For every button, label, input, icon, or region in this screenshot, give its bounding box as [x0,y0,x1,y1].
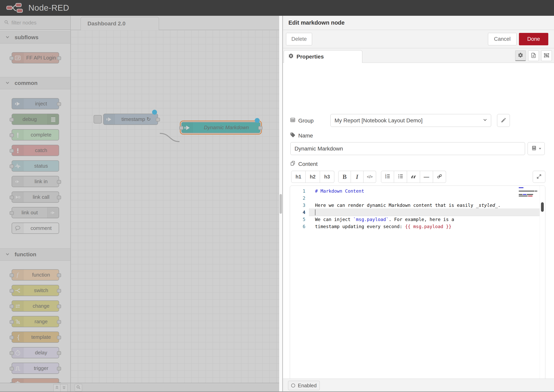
changed-indicator-dot [152,110,157,115]
name-field-label: Name [290,132,313,139]
properties-view-button[interactable] [515,50,526,61]
input-port[interactable] [179,126,183,130]
input-port [10,211,14,215]
palette-node-label: change [23,301,59,311]
object-group-icon [544,53,549,59]
palette-node-label: delay [23,348,59,358]
editor-scrollbar-thumb[interactable] [541,202,544,212]
editor-line-3[interactable]: 3Here we can render dynamic Markdown con… [290,202,545,209]
editor-line-2[interactable]: 2 [290,195,545,202]
edit-group-button[interactable] [497,114,510,127]
heading1-button[interactable]: h1 [291,171,306,183]
ordered-list-button[interactable]: 123 [381,171,394,183]
input-port [10,320,14,324]
minimap-line [519,187,539,188]
description-view-button[interactable] [528,50,539,61]
output-port[interactable] [156,118,160,122]
tab-dashboard-2-0[interactable]: Dashboard 2.0 [81,17,159,30]
name-input[interactable] [290,142,525,155]
palette-node-label: link call [23,192,59,202]
palette-category-subflows[interactable]: subflows [0,31,70,43]
palette-node-link-out[interactable]: link out [12,207,59,218]
palette-node-comment[interactable]: comment [12,223,59,234]
expand-all-button[interactable] [61,384,68,392]
token-plain: . For example, here is a [389,217,454,222]
editor-line-4[interactable]: 4 [290,209,545,216]
input-port [10,273,14,277]
blockquote-button[interactable]: “ [407,171,420,183]
minimap-line [519,196,539,196]
palette-node-label: comment [23,223,59,233]
palette-node-change[interactable]: change [12,301,59,312]
palette-category-function[interactable]: function [0,248,70,261]
palette-node-debug[interactable]: debug [12,114,59,125]
code-button[interactable]: </> [364,171,376,183]
palette-node-ff-api-login[interactable]: FF API Login [12,52,59,63]
input-port [10,196,14,199]
canvas-grid[interactable]: timestamp ↻ Dynamic Markdown [71,30,279,383]
palette-node-trigger[interactable]: trigger [12,363,59,374]
chevron-down-icon [4,80,11,87]
inject-trigger-button[interactable] [94,115,102,124]
delete-button[interactable]: Delete [286,33,312,45]
palette-node-label: FF API Login [23,53,59,63]
app-header: Node-RED [0,0,554,16]
palette-node-range[interactable]: range [12,316,59,327]
token-code: `msg.payload` [353,217,389,222]
italic-button[interactable]: I [351,171,364,183]
palette-node-complete[interactable]: complete [12,129,59,140]
palette-node-delay[interactable]: delay [12,347,59,358]
editor-line-1[interactable]: 1# Markdown Content [290,188,545,195]
label-type-button[interactable] [528,142,545,155]
editor-line-6[interactable]: 6timestamp updating every second: {{ msg… [290,223,545,230]
expand-editor-button[interactable] [533,171,545,183]
cancel-button[interactable]: Cancel [488,33,517,45]
palette-sections: subflowsFF API Logincommoninjectdebugcom… [0,31,70,392]
line-number: 3 [290,202,305,209]
canvas-zoom-search-button[interactable] [75,384,82,392]
horizontal-rule-button[interactable]: — [420,171,433,183]
node-dynamic-markdown[interactable]: Dynamic Markdown [181,122,260,133]
palette-node-function[interactable]: ffunction [12,269,59,280]
palette-node-link-in[interactable]: link in [12,176,59,187]
canvas-footer [71,383,279,392]
collapse-all-button[interactable] [53,384,61,392]
tray-tabbar: Properties [283,48,554,63]
canvas-vertical-scrollbar[interactable] [279,16,282,392]
editor-line-5[interactable]: 5We can inject `msg.payload`. For exampl… [290,216,545,223]
input-port [10,118,14,122]
scrollbar-thumb[interactable] [280,194,282,214]
done-button[interactable]: Done [519,33,548,45]
palette-node-inject[interactable]: inject [12,98,59,109]
appearance-view-button[interactable] [541,50,552,61]
node-timestamp[interactable]: timestamp ↻ [103,114,158,125]
svg-text:f: f [17,272,19,278]
table-icon [290,117,295,124]
tab-properties[interactable]: Properties [284,50,362,63]
markdown-toolbar: h1 h2 h3 B I </> 123 “ — [283,171,554,183]
palette-node-switch[interactable]: switch [12,285,59,296]
heading3-button[interactable]: h3 [320,171,334,183]
palette-node-template[interactable]: {template [12,331,59,343]
output-port [57,289,61,293]
comment-bubble-icon [12,223,23,233]
category-label: subflows [14,34,38,41]
palette-node-link-call[interactable]: link call [12,191,59,203]
output-port[interactable] [258,126,262,130]
group-select[interactable]: My Report [Notebook Layout Demo] [330,114,491,127]
palette-category-common[interactable]: common [0,77,70,89]
heading2-button[interactable]: h2 [306,171,320,183]
bold-button[interactable]: B [338,171,351,183]
palette-node-status[interactable]: status [12,160,59,172]
palette-node-catch[interactable]: catch [12,145,59,156]
node-label: timestamp ↻ [115,114,158,125]
unordered-list-button[interactable] [394,171,407,183]
pencil-icon [501,117,506,124]
caret-down-icon [539,147,541,150]
output-port [57,367,61,371]
palette-filter-input[interactable] [11,20,61,26]
markdown-code-editor[interactable]: 1# Markdown Content23Here we can render … [290,186,545,392]
output-port [57,102,61,106]
link-button[interactable] [433,171,446,183]
node-enabled-toggle[interactable]: Enabled [288,381,320,390]
